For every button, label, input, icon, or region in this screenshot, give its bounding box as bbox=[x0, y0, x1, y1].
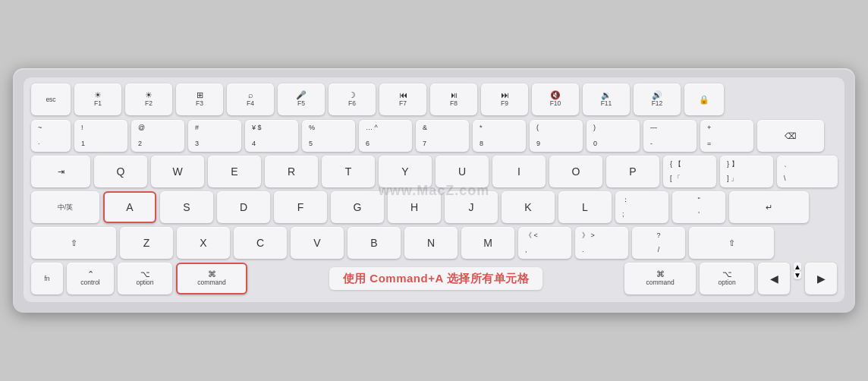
key-2[interactable]: @ 2 bbox=[131, 120, 184, 152]
key-return[interactable]: ↵ bbox=[729, 191, 809, 223]
key-tab[interactable]: ⇥ bbox=[31, 156, 90, 187]
key-f9[interactable]: ⏭ F9 bbox=[481, 83, 528, 115]
bottom-row: fn ⌃ control ⌥ option ⌘ command 使用 Comma… bbox=[31, 263, 837, 294]
key-shift-left[interactable]: ⇧ bbox=[31, 227, 116, 259]
fn-row: esc ☀ F1 ☀ F2 ⊞ F3 ⌕ F4 🎤 F5 ☽ bbox=[31, 83, 837, 115]
key-arrow-right[interactable]: ▶ bbox=[805, 263, 837, 294]
key-i[interactable]: I bbox=[492, 156, 546, 187]
key-w[interactable]: W bbox=[151, 156, 204, 187]
key-1[interactable]: ! 1 bbox=[74, 120, 127, 152]
key-g[interactable]: G bbox=[331, 191, 384, 223]
key-l[interactable]: L bbox=[558, 191, 612, 223]
key-e[interactable]: E bbox=[208, 156, 261, 187]
key-backtick[interactable]: ~ · bbox=[31, 120, 71, 152]
zxcv-row: ⇧ Z X C V B N M 《 < , 》 > . bbox=[31, 227, 837, 259]
key-u[interactable]: U bbox=[436, 156, 489, 187]
key-f2[interactable]: ☀ F2 bbox=[125, 83, 172, 115]
key-equals[interactable]: + = bbox=[700, 120, 753, 152]
key-n[interactable]: N bbox=[404, 227, 458, 259]
key-period[interactable]: 》 > . bbox=[575, 227, 628, 259]
keyboard-body: esc ☀ F1 ☀ F2 ⊞ F3 ⌕ F4 🎤 F5 ☽ bbox=[24, 77, 844, 302]
key-f10[interactable]: 🔇 F10 bbox=[532, 83, 579, 115]
key-v[interactable]: V bbox=[291, 227, 344, 259]
key-r[interactable]: R bbox=[265, 156, 318, 187]
key-7[interactable]: & 7 bbox=[416, 120, 469, 152]
key-3[interactable]: # 3 bbox=[188, 120, 241, 152]
key-caps[interactable]: 中/英 bbox=[31, 191, 99, 223]
key-f11[interactable]: 🔉 F11 bbox=[583, 83, 630, 115]
key-comma[interactable]: 《 < , bbox=[518, 227, 571, 259]
key-z[interactable]: Z bbox=[120, 227, 173, 259]
key-backslash[interactable]: 、 \ bbox=[777, 156, 838, 187]
key-semicolon[interactable]: ： ; bbox=[615, 191, 668, 223]
key-m[interactable]: M bbox=[461, 227, 514, 259]
key-option-right[interactable]: ⌥ option bbox=[700, 263, 754, 294]
key-h[interactable]: H bbox=[388, 191, 441, 223]
key-4[interactable]: ¥ $ 4 bbox=[245, 120, 298, 152]
key-9[interactable]: ( 9 bbox=[530, 120, 583, 152]
key-s[interactable]: S bbox=[160, 191, 213, 223]
key-0[interactable]: ) 0 bbox=[587, 120, 640, 152]
key-command-right[interactable]: ⌘ command bbox=[624, 263, 696, 294]
number-row: ~ · ! 1 @ 2 # 3 bbox=[31, 120, 837, 152]
key-c[interactable]: C bbox=[234, 227, 287, 259]
keyboard-wrapper: www.MacZ.com esc ☀ F1 ☀ F2 ⊞ F3 ⌕ F4 🎤 bbox=[13, 68, 855, 313]
key-x[interactable]: X bbox=[177, 227, 230, 259]
key-y[interactable]: Y bbox=[379, 156, 432, 187]
key-arrow-updown: ▲ ▼ bbox=[794, 263, 801, 294]
key-q[interactable]: Q bbox=[94, 156, 147, 187]
key-f8[interactable]: ⏯ F8 bbox=[430, 83, 477, 115]
asdf-row: 中/英 A S D F G H J K L ： ; " ' bbox=[31, 191, 837, 223]
key-o[interactable]: O bbox=[549, 156, 602, 187]
key-a[interactable]: A bbox=[103, 191, 156, 223]
key-esc[interactable]: esc bbox=[31, 83, 71, 115]
key-backspace[interactable]: ⌫ bbox=[757, 120, 824, 152]
key-8[interactable]: * 8 bbox=[473, 120, 526, 152]
key-arrow-left[interactable]: ◀ bbox=[758, 263, 790, 294]
key-quote[interactable]: " ' bbox=[672, 191, 725, 223]
key-slash[interactable]: ? / bbox=[632, 227, 685, 259]
key-b[interactable]: B bbox=[348, 227, 401, 259]
key-option-left[interactable]: ⌥ option bbox=[118, 263, 172, 294]
key-space-annotation: 使用 Command+A 选择所有单元格 bbox=[251, 263, 621, 294]
key-t[interactable]: T bbox=[322, 156, 375, 187]
key-arrow-down[interactable]: ▼ bbox=[794, 271, 801, 279]
key-f5[interactable]: 🎤 F5 bbox=[278, 83, 325, 115]
key-fn[interactable]: fn bbox=[31, 263, 63, 294]
key-f1[interactable]: ☀ F1 bbox=[74, 83, 121, 115]
key-d[interactable]: D bbox=[217, 191, 270, 223]
key-f[interactable]: F bbox=[274, 191, 327, 223]
qwerty-row: ⇥ Q W E R T Y U I O P { 【 [ 「 } 】 ] 」 bbox=[31, 156, 837, 187]
key-f6[interactable]: ☽ F6 bbox=[329, 83, 376, 115]
key-arrow-up[interactable]: ▲ bbox=[794, 263, 801, 271]
key-shift-right[interactable]: ⇧ bbox=[689, 227, 774, 259]
key-lock[interactable]: 🔒 bbox=[684, 83, 724, 115]
key-control[interactable]: ⌃ control bbox=[67, 263, 114, 294]
key-j[interactable]: J bbox=[445, 191, 498, 223]
key-minus[interactable]: — - bbox=[643, 120, 697, 152]
key-bracket-left[interactable]: { 【 [ 「 bbox=[663, 156, 716, 187]
key-f3[interactable]: ⊞ F3 bbox=[176, 83, 223, 115]
key-f12[interactable]: 🔊 F12 bbox=[634, 83, 681, 115]
key-command-left[interactable]: ⌘ command bbox=[176, 263, 247, 294]
key-f7[interactable]: ⏮ F7 bbox=[379, 83, 426, 115]
key-k[interactable]: K bbox=[502, 191, 555, 223]
key-5[interactable]: % 5 bbox=[302, 120, 355, 152]
annotation-text: 使用 Command+A 选择所有单元格 bbox=[329, 267, 543, 290]
key-6[interactable]: … ^ 6 bbox=[359, 120, 412, 152]
key-f4[interactable]: ⌕ F4 bbox=[227, 83, 274, 115]
key-p[interactable]: P bbox=[606, 156, 659, 187]
key-bracket-right[interactable]: } 】 ] 」 bbox=[720, 156, 773, 187]
